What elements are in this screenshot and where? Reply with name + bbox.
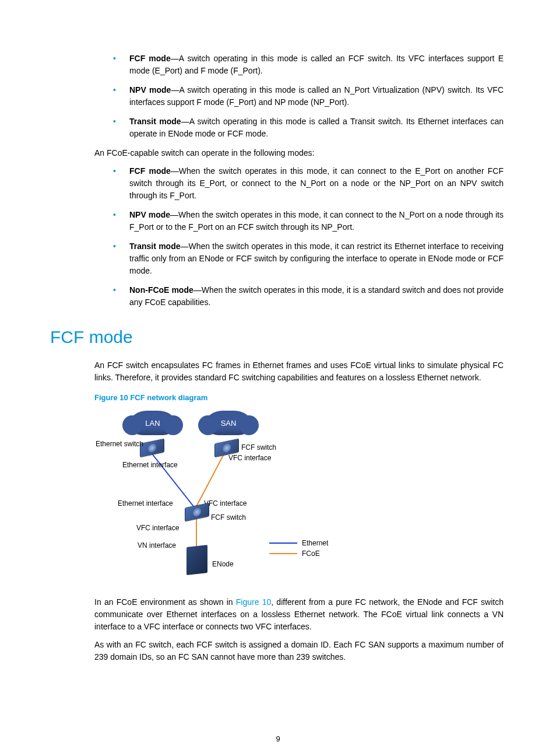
- mode-desc: —A switch operating in this mode is call…: [129, 85, 504, 107]
- mode-name: Transit mode: [129, 117, 181, 126]
- fcf-switch-mid-label: FCF switch: [211, 512, 246, 523]
- figure-caption: Figure 10 FCF network diagram: [94, 392, 504, 404]
- list-item: Non-FCoE mode—When the switch operates i…: [113, 284, 504, 309]
- list-item: NPV mode—When the switch operates in thi…: [113, 209, 504, 233]
- mode-name: FCF mode: [129, 54, 171, 63]
- san-label: SAN: [221, 419, 237, 428]
- mode-name: FCF mode: [129, 166, 171, 176]
- vfc-interface-bottom-label: VFC interface: [136, 523, 179, 533]
- ethernet-switch-label: Ethernet switch: [96, 439, 138, 449]
- list-item: Transit mode—When the switch operates in…: [113, 240, 504, 277]
- enode-label: ENode: [212, 559, 234, 569]
- enode-server-icon: [186, 545, 207, 575]
- list-item: FCF mode—When the switch operates in thi…: [113, 165, 504, 202]
- page-number: 9: [52, 733, 504, 745]
- mode-desc: —When the switch operates in this mode, …: [129, 210, 504, 232]
- ethernet-switch-icon: [140, 438, 164, 457]
- fcf-network-diagram: LAN SAN Ethernet switch FCF switch Ether…: [94, 407, 368, 582]
- lan-cloud-icon: LAN: [129, 411, 176, 435]
- mode-desc: —A switch operating in this mode is call…: [129, 54, 504, 75]
- mode-name: Non-FCoE mode: [129, 285, 193, 295]
- san-cloud-icon: SAN: [205, 411, 252, 435]
- mode-desc: —When the switch operates in this mode, …: [129, 166, 504, 200]
- paragraph: As with an FC switch, each FCF switch is…: [94, 639, 504, 663]
- ethernet-interface-mid-label: Ethernet interface: [118, 498, 173, 509]
- mode-name: NPV mode: [129, 85, 171, 94]
- section-heading: FCF mode: [50, 324, 504, 350]
- ethernet-interface-top-label: Ethernet interface: [122, 460, 178, 470]
- mode-name: Transit mode: [129, 242, 181, 251]
- legend-ethernet-line: [269, 542, 297, 544]
- paragraph: An FCF switch encapsulates FC frames in …: [94, 359, 504, 384]
- list-item: FCF mode—A switch operating in this mode…: [113, 52, 504, 77]
- vfc-interface-top-label: VFC interface: [228, 453, 271, 463]
- legend-fcoe-line: [269, 553, 297, 554]
- mode-desc: —When the switch operates in this mode, …: [129, 242, 504, 275]
- mode-name: NPV mode: [129, 210, 170, 219]
- page-content: FCF mode—A switch operating in this mode…: [94, 52, 504, 309]
- list-item: NPV mode—A switch operating in this mode…: [113, 84, 504, 108]
- mode-list-2: FCF mode—When the switch operates in thi…: [94, 165, 504, 309]
- paragraph: In an FCoE environment as shown in Figur…: [94, 596, 504, 633]
- legend-ethernet-label: Ethernet: [302, 538, 328, 548]
- legend-fcoe-label: FCoE: [302, 548, 320, 559]
- lan-label: LAN: [145, 419, 160, 428]
- figure-link[interactable]: Figure 10: [236, 597, 271, 607]
- mode-list-1: FCF mode—A switch operating in this mode…: [94, 52, 504, 140]
- fcf-switch-mid-icon: [185, 502, 209, 522]
- paragraph: An FCoE-capable switch can operate in th…: [94, 147, 504, 159]
- vfc-interface-mid-label: VFC interface: [204, 498, 247, 509]
- fcf-switch-top-label: FCF switch: [241, 442, 276, 453]
- section-body: An FCF switch encapsulates FC frames in …: [94, 359, 504, 663]
- mode-desc: —A switch operating in this mode is call…: [129, 117, 504, 138]
- vn-interface-label: VN interface: [138, 540, 176, 551]
- text: In an FCoE environment as shown in: [94, 597, 236, 607]
- list-item: Transit mode—A switch operating in this …: [113, 116, 504, 140]
